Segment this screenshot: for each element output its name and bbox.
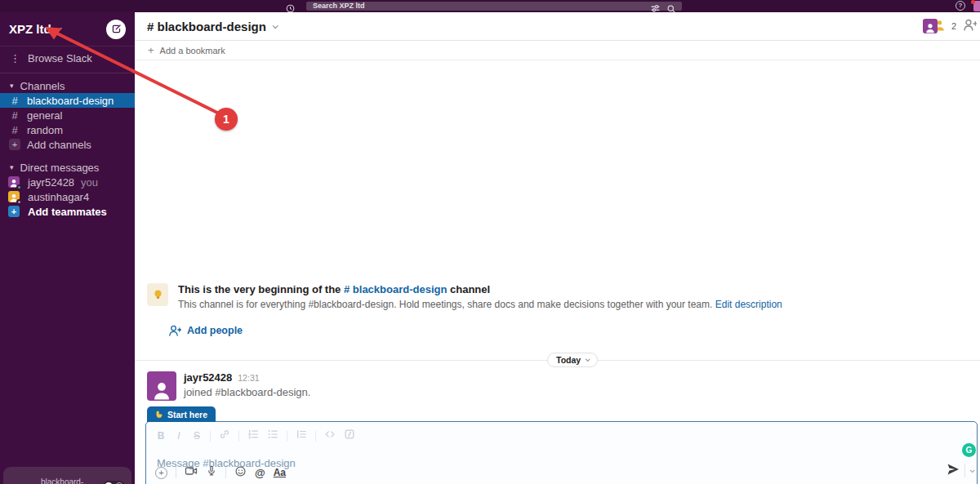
sidebar-divider <box>0 73 135 73</box>
intro-channel-link[interactable]: # blackboard-design <box>344 283 447 295</box>
mention-icon[interactable]: @ <box>255 467 265 479</box>
video-icon[interactable] <box>185 464 198 481</box>
sidebar-item-general[interactable]: # general <box>0 108 135 122</box>
code-block-icon[interactable] <box>344 428 355 443</box>
ordered-list-icon[interactable] <box>247 428 259 443</box>
toolbar-divider <box>225 467 226 478</box>
sidebar-dm-austinhagar4[interactable]: austinhagar4 <box>0 189 135 204</box>
kebab-menu-icon: ⋮ <box>10 52 20 64</box>
huddle-channel-label: blackboard-design <box>41 477 91 484</box>
top-bar: Search XPZ ltd ? <box>0 0 980 12</box>
bold-button[interactable]: B <box>156 430 166 442</box>
add-channels-button[interactable]: + Add channels <box>0 137 135 152</box>
attach-plus-icon[interactable]: + <box>155 467 167 479</box>
sidebar-item-random[interactable]: # random <box>0 122 135 137</box>
grammarly-icon[interactable]: G <box>962 443 976 457</box>
intro-title-suffix: channel <box>450 283 490 295</box>
hash-icon: # <box>11 109 19 122</box>
help-icon[interactable]: ? <box>956 1 965 11</box>
date-divider-pill[interactable]: Today <box>547 353 598 367</box>
message-composer[interactable]: B I S <box>145 421 978 484</box>
text-format-toggle[interactable]: Aa <box>274 467 286 478</box>
plus-icon: + <box>148 44 154 56</box>
member-count[interactable]: 2 <box>951 21 956 31</box>
presence-offline-icon <box>16 199 22 205</box>
toolbar-divider <box>287 431 287 442</box>
start-here-label: Start here <box>167 410 207 420</box>
dm-name: jayr52428 <box>28 176 74 189</box>
sidebar-item-blackboard-design[interactable]: # blackboard-design <box>0 93 135 108</box>
annotation-step-badge: 1 <box>215 108 238 131</box>
dm-name: austinhagar4 <box>28 191 89 203</box>
add-people-label: Add people <box>187 325 243 336</box>
toolbar-divider <box>238 431 239 442</box>
dm-header-label: Direct messages <box>20 162 100 174</box>
emoji-icon[interactable] <box>234 465 247 481</box>
message-username[interactable]: jayr52428 <box>184 371 232 384</box>
chevron-down-icon <box>586 357 590 362</box>
toolbar-divider <box>210 431 211 442</box>
dm-you-tag: you <box>81 176 98 189</box>
microphone-icon[interactable] <box>206 465 217 480</box>
message-body: joined #blackboard-design. <box>184 386 310 398</box>
add-person-icon[interactable] <box>963 18 977 35</box>
plus-icon: + <box>8 206 20 217</box>
add-bookmark-button[interactable]: + Add a bookmark <box>135 41 980 60</box>
search-icon[interactable] <box>666 2 676 17</box>
bullet-list-icon[interactable] <box>267 428 278 443</box>
channels-section-header[interactable]: ▾ Channels <box>0 78 135 93</box>
plus-icon: + <box>9 139 20 150</box>
dm-avatar <box>8 176 20 188</box>
send-icon[interactable] <box>947 463 960 479</box>
chevron-down-icon <box>273 23 278 29</box>
pointing-hand-icon <box>155 411 163 419</box>
channel-header: # blackboard-design 2 <box>135 12 980 41</box>
notification-dot <box>971 0 975 4</box>
sidebar: XPZ ltd ⋮ Browse Slack ▾ Channels # blac… <box>0 12 135 484</box>
search-input[interactable]: Search XPZ ltd <box>306 2 682 11</box>
strikethrough-button[interactable]: S <box>192 430 202 442</box>
toolbar-divider <box>964 464 965 477</box>
search-placeholder: Search XPZ ltd <box>306 2 365 11</box>
channel-title[interactable]: # blackboard-design <box>147 20 266 33</box>
add-teammates-label: Add teammates <box>28 206 107 218</box>
filter-sliders-icon[interactable] <box>650 2 661 17</box>
workspace-header[interactable]: XPZ ltd <box>0 12 135 47</box>
avatar[interactable] <box>147 371 176 401</box>
add-people-button[interactable]: Add people <box>168 324 956 337</box>
code-icon[interactable] <box>324 428 336 443</box>
new-message-button[interactable] <box>106 20 126 39</box>
caret-down-icon: ▾ <box>10 82 14 90</box>
channel-intro: This is the very beginning of the # blac… <box>147 283 956 337</box>
intro-title: This is the very beginning of the # blac… <box>178 283 782 295</box>
intro-title-prefix: This is the very beginning of the <box>178 283 341 295</box>
add-teammates-button[interactable]: + Add teammates <box>0 204 135 219</box>
browse-slack-label: Browse Slack <box>28 52 92 64</box>
workspace-name[interactable]: XPZ ltd <box>9 22 51 36</box>
channel-label: general <box>27 109 62 122</box>
chevron-down-icon <box>56 25 61 31</box>
presence-online-icon <box>16 184 22 190</box>
date-label: Today <box>556 355 581 365</box>
link-icon[interactable] <box>219 428 230 443</box>
main-panel: # blackboard-design 2 + Add a bookmark <box>135 12 980 484</box>
edit-description-link[interactable]: Edit description <box>715 299 782 310</box>
formatting-toolbar: B I S <box>146 422 977 450</box>
direct-messages-section-header[interactable]: ▾ Direct messages <box>0 160 135 175</box>
message-timestamp[interactable]: 12:31 <box>238 373 259 383</box>
history-clock-icon[interactable] <box>286 2 295 16</box>
add-bookmark-label: Add a bookmark <box>160 46 225 56</box>
lightbulb-icon <box>147 283 168 306</box>
hash-icon: # <box>11 95 19 107</box>
sidebar-item-browse-slack[interactable]: ⋮ Browse Slack <box>0 51 135 66</box>
sidebar-dm-jayr52428[interactable]: jayr52428 you <box>0 175 135 189</box>
italic-button[interactable]: I <box>174 430 184 442</box>
hash-icon: # <box>11 124 19 136</box>
intro-description: This channel is for everything #blackboa… <box>178 299 782 310</box>
huddle-toggle[interactable] <box>103 481 125 484</box>
dm-avatar <box>8 191 20 202</box>
blockquote-icon[interactable] <box>296 428 307 443</box>
channel-label: blackboard-design <box>27 95 114 107</box>
member-avatar[interactable] <box>923 19 938 33</box>
start-here-tab[interactable]: Start here <box>147 406 216 422</box>
